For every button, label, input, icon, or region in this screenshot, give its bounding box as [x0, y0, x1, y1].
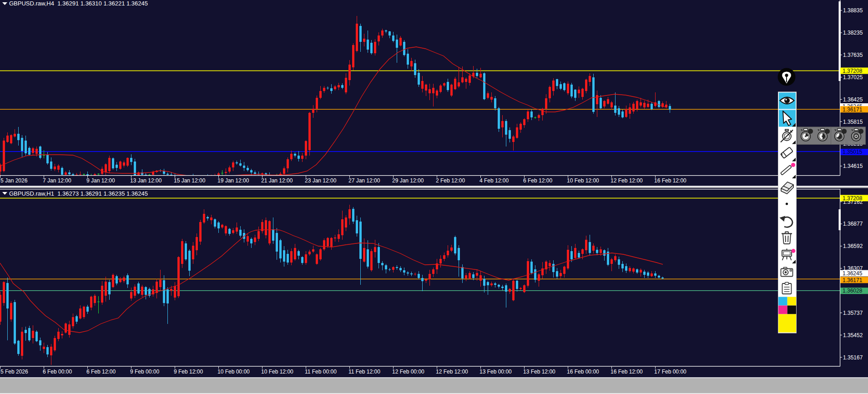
- svg-text:1.35167: 1.35167: [843, 354, 863, 361]
- svg-text:1.36171: 1.36171: [843, 106, 863, 113]
- svg-text:6 Feb 12:00: 6 Feb 12:00: [523, 177, 552, 184]
- svg-text:9 Feb 00:00: 9 Feb 00:00: [130, 369, 159, 375]
- svg-text:10 Feb 00:00: 10 Feb 00:00: [217, 369, 250, 375]
- svg-text:17 Feb 00:00: 17 Feb 00:00: [654, 369, 686, 375]
- svg-text:19 Jan 12:00: 19 Jan 12:00: [217, 177, 249, 184]
- svg-text:29 Jan 12:00: 29 Jan 12:00: [392, 177, 424, 184]
- svg-text:1.35452: 1.35452: [843, 332, 863, 338]
- svg-text:1.37025: 1.37025: [843, 74, 863, 81]
- svg-text:13 Feb 00:00: 13 Feb 00:00: [479, 369, 512, 375]
- svg-text:16 Feb 12:00: 16 Feb 12:00: [611, 369, 643, 375]
- svg-text:16 Feb 00:00: 16 Feb 00:00: [567, 369, 599, 375]
- svg-text:15 Jan 12:00: 15 Jan 12:00: [174, 177, 206, 184]
- svg-text:1.36425: 1.36425: [843, 96, 863, 103]
- svg-text:11 Feb 12:00: 11 Feb 12:00: [348, 369, 380, 375]
- svg-text:9 Feb 12:00: 9 Feb 12:00: [174, 369, 203, 375]
- svg-text:1.36592: 1.36592: [843, 243, 863, 249]
- svg-text:1.34615: 1.34615: [843, 163, 863, 169]
- svg-text:10 Feb 12:00: 10 Feb 12:00: [261, 369, 293, 375]
- svg-text:12 Feb 00:00: 12 Feb 00:00: [392, 369, 424, 375]
- svg-text:23 Jan 12:00: 23 Jan 12:00: [305, 177, 337, 184]
- svg-text:1.37208: 1.37208: [843, 68, 863, 74]
- svg-text:1.38835: 1.38835: [843, 7, 863, 14]
- svg-text:12 Feb 12:00: 12 Feb 12:00: [436, 369, 468, 375]
- svg-text:11 Feb 00:00: 11 Feb 00:00: [305, 369, 337, 375]
- svg-text:1.36171: 1.36171: [843, 277, 863, 283]
- svg-text:1.35015: 1.35015: [843, 149, 863, 155]
- svg-text:1.37208: 1.37208: [843, 195, 863, 202]
- svg-text:13 Feb 12:00: 13 Feb 12:00: [523, 369, 555, 375]
- svg-text:2 Feb 12:00: 2 Feb 12:00: [436, 177, 465, 184]
- svg-text:1.36245: 1.36245: [843, 270, 863, 277]
- svg-text:GBPUSD.raw,H1 1.36273 1.36291: GBPUSD.raw,H1 1.36273 1.36291 1.36235 1.…: [9, 190, 148, 197]
- svg-text:5 Jan 2026: 5 Jan 2026: [0, 177, 28, 184]
- svg-text:9 Jan 12:00: 9 Jan 12:00: [86, 177, 115, 184]
- svg-text:GBPUSD.raw,H4 1.36291 1.36310: GBPUSD.raw,H4 1.36291 1.36310 1.36221 1.…: [9, 0, 148, 7]
- svg-text:1.36877: 1.36877: [843, 221, 863, 227]
- svg-text:7 Jan 12:00: 7 Jan 12:00: [43, 177, 71, 184]
- svg-text:4 Feb 12:00: 4 Feb 12:00: [479, 177, 509, 184]
- svg-text:5 Feb 2026: 5 Feb 2026: [0, 369, 28, 375]
- svg-text:1.38235: 1.38235: [843, 30, 863, 36]
- svg-text:27 Jan 12:00: 27 Jan 12:00: [348, 177, 380, 184]
- svg-text:12 Feb 12:00: 12 Feb 12:00: [611, 177, 643, 184]
- svg-text:16 Feb 12:00: 16 Feb 12:00: [654, 177, 686, 184]
- svg-text:1.35815: 1.35815: [843, 119, 863, 125]
- svg-text:1.36028: 1.36028: [843, 288, 863, 294]
- svg-text:6 Feb 12:00: 6 Feb 12:00: [86, 369, 116, 375]
- svg-text:6 Feb 00:00: 6 Feb 00:00: [43, 369, 72, 375]
- svg-text:21 Jan 12:00: 21 Jan 12:00: [261, 177, 293, 184]
- svg-text:1.35737: 1.35737: [843, 310, 863, 316]
- svg-text:13 Jan 12:00: 13 Jan 12:00: [130, 177, 162, 184]
- svg-text:10 Feb 12:00: 10 Feb 12:00: [567, 177, 599, 184]
- svg-text:1.37635: 1.37635: [843, 52, 863, 58]
